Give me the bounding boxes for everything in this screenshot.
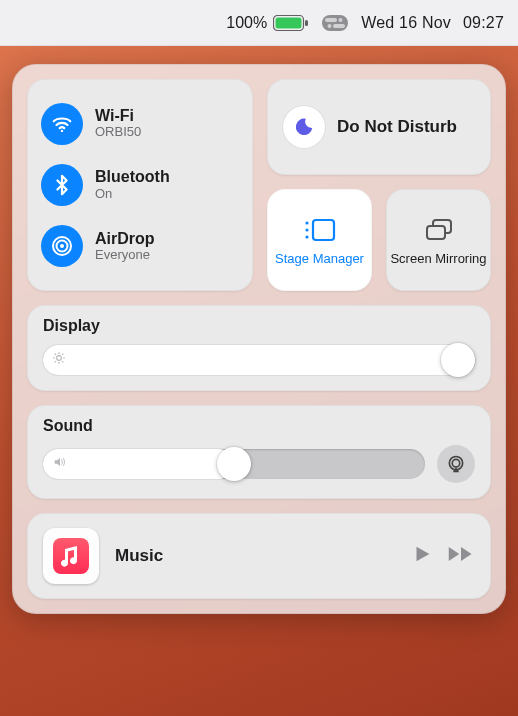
airdrop-title: AirDrop	[95, 230, 155, 248]
moon-icon	[283, 106, 325, 148]
svg-rect-3	[322, 15, 348, 31]
screen-mirroring-icon	[424, 214, 454, 246]
svg-rect-4	[325, 18, 337, 22]
svg-point-8	[61, 129, 63, 131]
svg-point-11	[60, 244, 64, 248]
focus-toggle[interactable]: Do Not Disturb	[267, 79, 491, 175]
screen-mirroring-label: Screen Mirroring	[390, 252, 486, 266]
battery-percent-label: 100%	[226, 14, 267, 32]
battery-icon	[273, 15, 309, 31]
date-label: Wed 16 Nov	[361, 14, 451, 32]
volume-slider[interactable]	[43, 449, 425, 479]
svg-rect-1	[276, 17, 302, 28]
stage-manager-label: Stage Manager	[275, 252, 364, 266]
stage-manager-icon	[303, 214, 337, 246]
stage-manager-toggle[interactable]: Stage Manager	[267, 189, 372, 291]
svg-point-18	[57, 356, 62, 361]
next-track-button[interactable]	[447, 543, 475, 569]
brightness-slider[interactable]	[43, 345, 475, 375]
airdrop-icon	[41, 225, 83, 267]
svg-point-7	[328, 24, 332, 28]
bluetooth-toggle[interactable]: Bluetooth On	[41, 164, 239, 206]
wifi-subtitle: ORBI50	[95, 125, 141, 140]
svg-rect-2	[305, 20, 308, 26]
sound-label: Sound	[43, 417, 475, 435]
music-app-icon	[43, 528, 99, 584]
battery-status[interactable]: 100%	[226, 14, 309, 32]
svg-line-26	[62, 354, 63, 355]
now-playing-title: Music	[115, 546, 395, 566]
svg-line-24	[62, 361, 63, 362]
bluetooth-title: Bluetooth	[95, 168, 170, 186]
focus-label: Do Not Disturb	[337, 117, 457, 137]
airdrop-subtitle: Everyone	[95, 248, 155, 263]
volume-icon	[52, 455, 68, 473]
small-modules-row: Stage Manager Screen Mirroring	[267, 189, 491, 291]
svg-rect-6	[333, 24, 345, 28]
bluetooth-icon	[41, 164, 83, 206]
top-right-column: Do Not Disturb Stage Manager	[267, 79, 491, 291]
sound-module: Sound	[27, 405, 491, 499]
play-button[interactable]	[411, 543, 433, 569]
top-row: Wi-Fi ORBI50 Bluetooth On	[27, 79, 491, 291]
svg-rect-29	[53, 538, 89, 574]
volume-thumb[interactable]	[217, 447, 251, 481]
control-center-panel: Wi-Fi ORBI50 Bluetooth On	[12, 64, 506, 614]
svg-point-5	[339, 18, 343, 22]
airplay-audio-button[interactable]	[437, 445, 475, 483]
airdrop-toggle[interactable]: AirDrop Everyone	[41, 225, 239, 267]
svg-point-15	[305, 235, 308, 238]
brightness-icon	[52, 351, 66, 369]
svg-rect-17	[427, 226, 445, 239]
wifi-toggle[interactable]: Wi-Fi ORBI50	[41, 103, 239, 145]
time-label: 09:27	[463, 14, 504, 32]
now-playing-module[interactable]: Music	[27, 513, 491, 599]
control-center-icon[interactable]	[321, 14, 349, 32]
svg-point-28	[452, 459, 460, 467]
display-label: Display	[43, 317, 475, 335]
svg-rect-12	[313, 220, 334, 240]
brightness-thumb[interactable]	[441, 343, 475, 377]
svg-point-13	[305, 221, 308, 224]
connectivity-module: Wi-Fi ORBI50 Bluetooth On	[27, 79, 253, 291]
svg-line-23	[55, 354, 56, 355]
screen-mirroring-toggle[interactable]: Screen Mirroring	[386, 189, 491, 291]
svg-point-14	[305, 228, 308, 231]
clock[interactable]: Wed 16 Nov 09:27	[361, 14, 504, 32]
svg-line-25	[55, 361, 56, 362]
wifi-icon	[41, 103, 83, 145]
wifi-title: Wi-Fi	[95, 107, 141, 125]
bluetooth-subtitle: On	[95, 187, 170, 202]
display-module: Display	[27, 305, 491, 391]
menu-bar: 100% Wed 16 Nov 09:27	[0, 0, 518, 46]
